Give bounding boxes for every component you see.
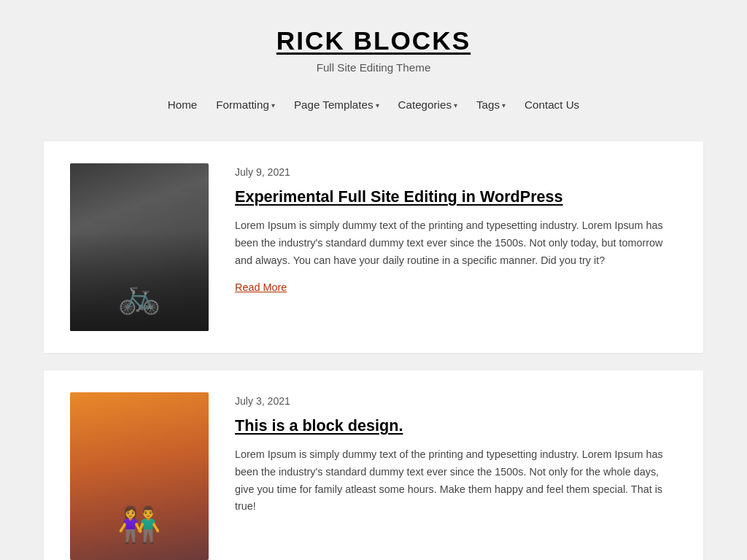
nav-link-contact[interactable]: Contact Us bbox=[517, 94, 587, 115]
post-card-1: July 9, 2021 Experimental Full Site Edit… bbox=[44, 141, 703, 353]
nav-label-formatting: Formatting bbox=[216, 98, 269, 111]
post-title-1[interactable]: Experimental Full Site Editing in WordPr… bbox=[235, 187, 677, 207]
site-tagline: Full Site Editing Theme bbox=[15, 61, 732, 74]
read-more-link-1[interactable]: Read More bbox=[235, 281, 287, 293]
nav-item-formatting[interactable]: Formatting ▾ bbox=[209, 94, 282, 115]
nav-item-tags[interactable]: Tags ▾ bbox=[469, 94, 513, 115]
post-date-2: July 3, 2021 bbox=[235, 395, 677, 407]
nav-link-formatting[interactable]: Formatting ▾ bbox=[209, 94, 282, 115]
post-thumbnail-1 bbox=[70, 163, 209, 331]
chevron-down-icon: ▾ bbox=[271, 101, 275, 109]
post-content-1: July 9, 2021 Experimental Full Site Edit… bbox=[235, 163, 677, 294]
nav-item-page-templates[interactable]: Page Templates ▾ bbox=[287, 94, 387, 115]
chevron-down-icon: ▾ bbox=[376, 101, 379, 109]
post-title-2[interactable]: This is a block design. bbox=[235, 416, 677, 436]
post-card-2: July 3, 2021 This is a block design. Lor… bbox=[44, 370, 703, 560]
nav-list: Home Formatting ▾ Page Templates ▾ Categ… bbox=[160, 94, 587, 115]
post-thumbnail-2 bbox=[70, 392, 209, 560]
site-header: RICK BLOCKS Full Site Editing Theme bbox=[0, 0, 747, 81]
post-content-2: July 3, 2021 This is a block design. Lor… bbox=[235, 392, 677, 527]
nav-item-home[interactable]: Home bbox=[160, 94, 205, 115]
nav-label-tags: Tags bbox=[476, 98, 500, 111]
main-content: July 9, 2021 Experimental Full Site Edit… bbox=[0, 127, 747, 560]
post-date-1: July 9, 2021 bbox=[235, 166, 677, 178]
site-nav: Home Formatting ▾ Page Templates ▾ Categ… bbox=[0, 81, 747, 127]
nav-link-tags[interactable]: Tags ▾ bbox=[469, 94, 513, 115]
chevron-down-icon: ▾ bbox=[502, 101, 506, 109]
nav-label-contact: Contact Us bbox=[525, 98, 579, 111]
chevron-down-icon: ▾ bbox=[454, 101, 457, 109]
site-title: RICK BLOCKS bbox=[276, 26, 471, 55]
nav-link-page-templates[interactable]: Page Templates ▾ bbox=[287, 94, 387, 115]
nav-link-home[interactable]: Home bbox=[160, 94, 205, 115]
nav-label-home: Home bbox=[168, 98, 198, 111]
nav-item-categories[interactable]: Categories ▾ bbox=[391, 94, 465, 115]
post-excerpt-1: Lorem Ipsum is simply dummy text of the … bbox=[235, 217, 677, 269]
site-wrapper: RICK BLOCKS Full Site Editing Theme Home… bbox=[0, 0, 747, 560]
nav-label-categories: Categories bbox=[398, 98, 452, 111]
post-excerpt-2: Lorem Ipsum is simply dummy text of the … bbox=[235, 446, 677, 516]
nav-label-page-templates: Page Templates bbox=[294, 98, 374, 111]
nav-item-contact[interactable]: Contact Us bbox=[517, 94, 587, 115]
nav-link-categories[interactable]: Categories ▾ bbox=[391, 94, 465, 115]
